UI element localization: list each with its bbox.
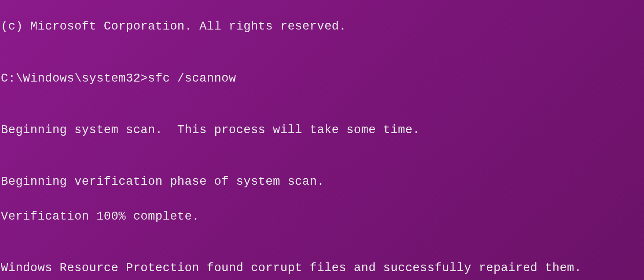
terminal-output-line: Beginning verification phase of system s… [1, 173, 644, 190]
terminal-command-line: C:\Windows\system32>sfc /scannow [1, 70, 644, 87]
terminal-output-line: Windows Resource Protection found corrup… [1, 260, 644, 277]
terminal-output-line: (c) Microsoft Corporation. All rights re… [1, 18, 644, 35]
terminal-output-line: Beginning system scan. This process will… [1, 122, 644, 139]
terminal-output-line: Verification 100% complete. [1, 208, 644, 225]
terminal-window[interactable]: (c) Microsoft Corporation. All rights re… [0, 0, 644, 280]
